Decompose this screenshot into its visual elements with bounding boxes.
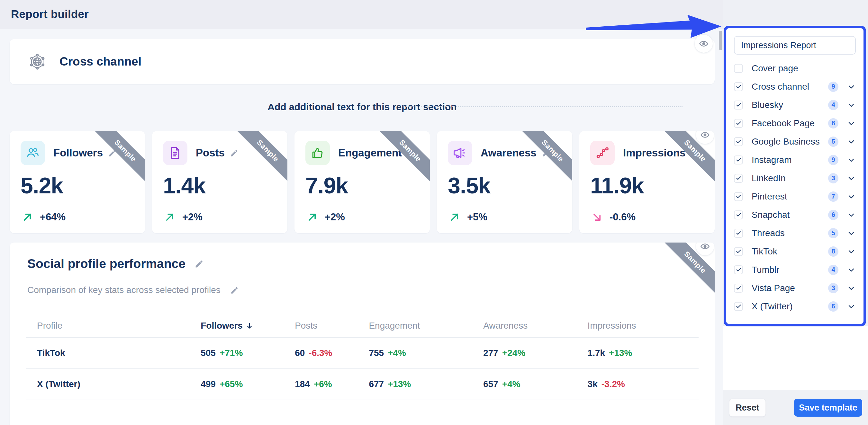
checkbox[interactable]: [734, 64, 743, 73]
section-count-badge: 4: [828, 100, 838, 110]
metric-value: 11.9k: [590, 173, 704, 199]
metric-card-awareness: Awareness 3.5k +5% Sample: [437, 131, 572, 233]
item-label: Vista Page: [752, 283, 795, 293]
sidebar-item-tiktok[interactable]: TikTok 8: [734, 242, 856, 261]
checkbox[interactable]: [734, 265, 743, 274]
sidebar-item-tumblr[interactable]: Tumblr 4: [734, 261, 856, 279]
chevron-down-icon[interactable]: [847, 210, 856, 220]
trend-up-arrow-icon: [164, 212, 175, 223]
section-list: Cover page Cross channel 9 Bluesky 4 Fac…: [734, 59, 856, 316]
table-row-tiktok: TikTok 505+71% 60-6.3% 755+4% 277+24% 1.…: [26, 338, 699, 369]
item-label: Pinterest: [752, 192, 787, 202]
chevron-down-icon[interactable]: [847, 156, 856, 164]
template-footer: Reset Save template: [723, 390, 868, 425]
column-header-followers[interactable]: Followers: [200, 321, 295, 331]
followers-people-icon: [21, 141, 45, 165]
toggle-visibility-button-cross-channel[interactable]: [695, 35, 713, 53]
checkbox[interactable]: [734, 247, 743, 256]
reset-button[interactable]: Reset: [729, 399, 766, 417]
toggle-visibility-button-social[interactable]: [696, 242, 714, 255]
checkbox[interactable]: [734, 192, 743, 201]
delta-value: +65%: [220, 379, 243, 389]
column-header-awareness[interactable]: Awareness: [483, 321, 587, 331]
sidebar-item-threads[interactable]: Threads 5: [734, 224, 856, 242]
checkbox[interactable]: [734, 137, 743, 146]
column-header-posts[interactable]: Posts: [295, 321, 369, 331]
save-template-button[interactable]: Save template: [794, 399, 862, 417]
chevron-down-icon[interactable]: [847, 247, 856, 256]
eye-icon: [700, 242, 710, 251]
item-label: Google Business: [752, 136, 820, 147]
edit-pencil-icon[interactable]: [230, 149, 239, 157]
social-performance-title: Social profile performance: [27, 257, 186, 271]
delta-value: +6%: [314, 379, 332, 389]
sidebar-item-snapchat[interactable]: Snapchat 6: [734, 205, 856, 224]
trend-up-arrow-icon: [449, 212, 460, 223]
social-profile-performance-section: Social profile performance Comparison of…: [10, 242, 715, 425]
sidebar-item-pinterest[interactable]: Pinterest 7: [734, 187, 856, 205]
item-label: Snapchat: [752, 210, 789, 220]
profile-name: TikTok: [26, 348, 200, 358]
section-text-placeholder[interactable]: Add additional text for this report sect…: [10, 96, 715, 118]
chevron-down-icon[interactable]: [847, 82, 856, 91]
sidebar-item-google-business[interactable]: Google Business 5: [734, 132, 856, 151]
sidebar-item-vista-page[interactable]: Vista Page 3: [734, 279, 856, 297]
report-name-input[interactable]: [734, 36, 856, 55]
checkbox[interactable]: [734, 156, 743, 164]
metric-card-impressions: Impressions 11.9k -0.6% Sample: [579, 131, 715, 233]
chevron-down-icon[interactable]: [847, 229, 856, 238]
item-label: TikTok: [752, 247, 777, 257]
section-count-badge: 3: [828, 173, 838, 184]
table-row-x-twitter: X (Twitter) 499+65% 184+6% 677+13% 657+4…: [26, 369, 699, 400]
checkbox[interactable]: [734, 302, 743, 311]
section-count-badge: 7: [828, 192, 838, 202]
sidebar-item-x-twitter[interactable]: X (Twitter) 6: [734, 297, 856, 316]
engagement-thumbs-up-icon: [305, 141, 330, 165]
item-label: Facebook Page: [752, 118, 815, 129]
section-count-badge: 9: [828, 81, 838, 92]
delta-value: +13%: [388, 379, 411, 389]
sidebar-item-linkedin[interactable]: LinkedIn 3: [734, 169, 856, 187]
chevron-down-icon[interactable]: [847, 174, 856, 183]
metric-value: 7.9k: [305, 173, 419, 199]
profile-performance-table: Profile Followers Posts Engagement Aware…: [26, 314, 699, 400]
impressions-scatter-icon: [590, 141, 615, 165]
awareness-megaphone-icon: [448, 141, 472, 165]
sidebar-item-facebook-page[interactable]: Facebook Page 8: [734, 114, 856, 132]
metric-value: 5.2k: [21, 173, 134, 199]
chevron-down-icon[interactable]: [847, 302, 856, 311]
sidebar-item-bluesky[interactable]: Bluesky 4: [734, 96, 856, 114]
item-label: Cross channel: [752, 81, 809, 92]
section-count-badge: 8: [828, 247, 838, 257]
checkbox[interactable]: [734, 210, 743, 220]
chevron-down-icon[interactable]: [847, 137, 856, 146]
item-label: Instagram: [752, 155, 792, 165]
chevron-down-icon[interactable]: [847, 101, 856, 109]
edit-pencil-icon[interactable]: [194, 259, 204, 268]
edit-pencil-icon[interactable]: [230, 286, 239, 295]
sidebar-item-cover-page[interactable]: Cover page: [734, 59, 856, 77]
checkbox[interactable]: [734, 82, 743, 91]
checkbox[interactable]: [734, 229, 743, 238]
sidebar-item-instagram[interactable]: Instagram 9: [734, 151, 856, 169]
delta-value: +13%: [609, 348, 632, 358]
column-header-engagement[interactable]: Engagement: [369, 321, 483, 331]
metric-value: 3.5k: [448, 173, 561, 199]
metric-label: Awareness: [480, 147, 536, 159]
section-count-badge: 5: [828, 136, 838, 147]
sort-descending-icon: [245, 322, 254, 330]
chevron-down-icon[interactable]: [847, 265, 856, 274]
checkbox[interactable]: [734, 119, 743, 128]
column-header-profile[interactable]: Profile: [26, 321, 200, 331]
item-label: Cover page: [752, 63, 798, 73]
column-header-impressions[interactable]: Impressions: [588, 321, 699, 331]
item-label: LinkedIn: [752, 173, 786, 184]
checkbox[interactable]: [734, 101, 743, 109]
scrollbar[interactable]: [719, 31, 722, 50]
chevron-down-icon[interactable]: [847, 192, 856, 201]
chevron-down-icon[interactable]: [847, 284, 856, 293]
sidebar-item-cross-channel[interactable]: Cross channel 9: [734, 77, 856, 96]
chevron-down-icon[interactable]: [847, 119, 856, 128]
checkbox[interactable]: [734, 174, 743, 183]
checkbox[interactable]: [734, 284, 743, 293]
